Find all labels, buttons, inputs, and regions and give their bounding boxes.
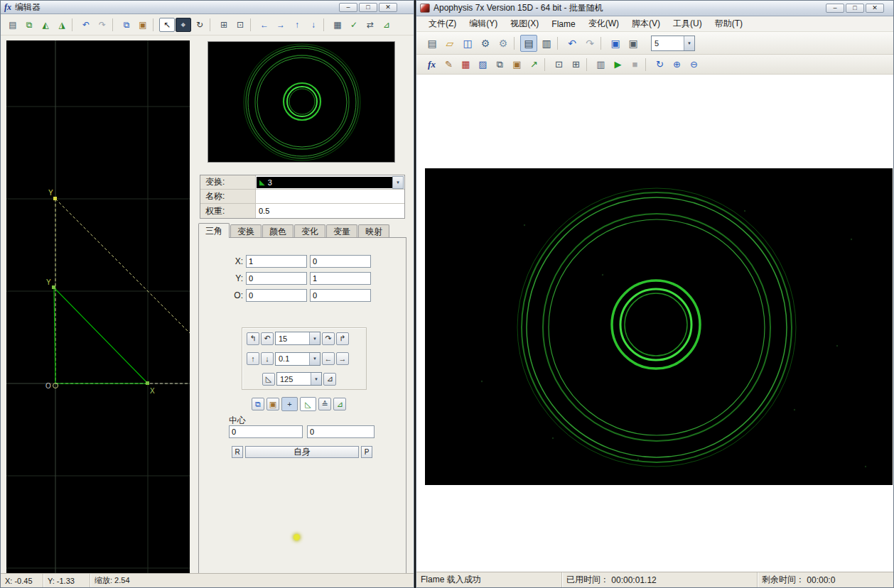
copy-params-icon[interactable]: ⧉	[492, 57, 508, 72]
palette-icon[interactable]: ▨	[475, 57, 491, 72]
rotate-step-combo[interactable]: 15▼	[275, 332, 321, 345]
o1-input[interactable]	[246, 289, 307, 302]
rotate-left-90-icon[interactable]: ↰	[247, 332, 259, 345]
scale-up-icon[interactable]: ⊿	[323, 373, 336, 386]
image-size-icon[interactable]: ▣	[607, 35, 624, 52]
menu-file[interactable]: 文件(Z)	[422, 16, 463, 31]
gradient-icon[interactable]: ▦	[458, 57, 474, 72]
transform-select[interactable]: ◣ 3 ▼	[256, 175, 404, 189]
tab-color[interactable]: 颜色	[262, 224, 293, 238]
export-icon[interactable]: ↗	[526, 57, 542, 72]
new-flame-icon[interactable]: ▤	[5, 18, 21, 32]
render-icon[interactable]: ⚙	[477, 35, 494, 52]
o2-input[interactable]	[310, 289, 371, 302]
move-left-icon[interactable]: ←	[322, 352, 335, 365]
vertex-x-handle[interactable]	[146, 381, 149, 385]
grid-toggle-icon[interactable]: ▦	[330, 18, 345, 32]
weight-balance-icon[interactable]: ≙	[318, 398, 331, 410]
redo-icon[interactable]: ↷	[581, 35, 598, 52]
menu-edit[interactable]: 编辑(Y)	[463, 16, 504, 31]
move-step-combo-value[interactable]: 0.1	[276, 354, 309, 363]
scale-step-combo-value[interactable]: 125	[277, 375, 311, 383]
triangle-pick-icon[interactable]: ◺	[300, 397, 316, 411]
fullscreen-icon[interactable]: ⊡	[551, 57, 567, 72]
editor-close-button[interactable]: ✕	[379, 3, 397, 12]
main-minimize-button[interactable]: –	[826, 4, 844, 13]
pan-down-icon[interactable]: ↓	[306, 18, 321, 32]
reset-pivot-button[interactable]: R	[232, 446, 243, 458]
world-pivot-icon[interactable]: ⊞	[216, 18, 232, 32]
xaos-view-icon[interactable]: ⇄	[362, 18, 378, 32]
duplicate-transform-icon[interactable]: ⧉	[21, 18, 37, 32]
render-all-icon[interactable]: ⚙	[495, 35, 512, 52]
save-icon[interactable]: ◫	[459, 35, 476, 52]
refresh-icon[interactable]: ↻	[652, 57, 668, 72]
redo-icon[interactable]: ↷	[95, 18, 110, 32]
new-batch-icon[interactable]: ▤	[424, 35, 441, 52]
pan-up-icon[interactable]: ↑	[289, 18, 305, 32]
scale-step-combo-arrow[interactable]: ▼	[311, 373, 321, 385]
quality-combo-arrow[interactable]: ▼	[684, 36, 694, 50]
sort-list-icon[interactable]: ▥	[538, 35, 555, 52]
vertex-y-top-handle[interactable]	[53, 197, 57, 200]
x1-input[interactable]	[246, 255, 307, 268]
move-step-combo[interactable]: 0.1▼	[275, 352, 321, 366]
pan-right-icon[interactable]: →	[273, 18, 289, 32]
vertex-y-handle[interactable]	[52, 285, 55, 289]
rotate-right-90-icon[interactable]: ↱	[336, 332, 349, 345]
flame-list-icon[interactable]: ▤	[520, 35, 537, 52]
center-y-input[interactable]	[307, 425, 375, 438]
paste-params-icon[interactable]: ▣	[509, 57, 525, 72]
self-button[interactable]: 自身	[245, 446, 359, 458]
post-transform-icon[interactable]: ⊿	[379, 18, 394, 32]
rotate-step-combo-value[interactable]: 15	[276, 334, 309, 343]
scale-down-icon[interactable]: ◺	[262, 373, 275, 386]
move-tool-icon[interactable]: ⌖	[176, 18, 191, 32]
select-tool-icon[interactable]: ↖	[159, 18, 175, 32]
triangle-editor-canvas[interactable]: Y Y X O	[6, 40, 190, 573]
rotate-tool-icon[interactable]: ↻	[192, 18, 208, 32]
main-titlebar[interactable]: Apophysis 7x Version 15D - 64 bit - 批量随机…	[416, 1, 893, 16]
rotate-right-icon[interactable]: ↷	[322, 332, 335, 345]
move-step-combo-arrow[interactable]: ▼	[309, 353, 320, 365]
paste-coords-icon[interactable]: ▣	[266, 398, 279, 410]
menu-script[interactable]: 脚本(V)	[625, 16, 667, 31]
pivot-mode-icon[interactable]: +	[281, 397, 298, 411]
transform-name-input[interactable]	[257, 191, 404, 202]
variation-preview-icon[interactable]: ✓	[346, 18, 362, 32]
adjust-icon[interactable]: ✎	[441, 57, 457, 72]
editor-maximize-button[interactable]: □	[359, 3, 377, 12]
transform-triangle[interactable]	[54, 288, 148, 383]
menu-tools[interactable]: 工具(U)	[667, 16, 709, 31]
display-icon[interactable]: ▣	[625, 35, 642, 52]
editor-titlebar[interactable]: fx 编辑器 –□✕	[1, 1, 414, 14]
tab-triangle[interactable]: 三角	[198, 223, 230, 238]
main-preview-area[interactable]	[416, 75, 893, 572]
y2-input[interactable]	[310, 272, 371, 285]
move-down-icon[interactable]: ↓	[261, 352, 274, 365]
transform-weight-input[interactable]	[257, 205, 404, 217]
menu-help[interactable]: 帮助(T)	[709, 16, 749, 31]
x2-input[interactable]	[310, 255, 371, 268]
paste-icon[interactable]: ▣	[135, 18, 151, 32]
menu-view[interactable]: 视图(X)	[504, 16, 545, 31]
copy-icon[interactable]: ⧉	[119, 18, 134, 32]
main-maximize-button[interactable]: □	[846, 4, 864, 13]
tab-transform[interactable]: 变换	[230, 224, 262, 238]
transform-select-arrow[interactable]: ▼	[392, 176, 404, 189]
undo-icon[interactable]: ↶	[564, 35, 581, 52]
editor-icon[interactable]: fx	[424, 57, 440, 72]
run-icon[interactable]: ▶	[610, 57, 626, 72]
main-close-button[interactable]: ✕	[866, 4, 884, 13]
open-icon[interactable]: ▱	[441, 35, 458, 52]
menu-flame[interactable]: Flame	[545, 18, 581, 31]
y1-input[interactable]	[246, 272, 307, 285]
add-transform-icon[interactable]: ◭	[38, 18, 53, 32]
quality-combo-value[interactable]: 5	[652, 39, 684, 48]
quality-combo[interactable]: 5▼	[651, 36, 695, 51]
move-right-icon[interactable]: →	[336, 352, 349, 365]
undo-icon[interactable]: ↶	[78, 18, 94, 32]
copy-coords-icon[interactable]: ⧉	[252, 398, 264, 410]
scale-step-combo[interactable]: 125▼	[276, 372, 322, 386]
rotate-left-icon[interactable]: ↶	[261, 332, 274, 345]
